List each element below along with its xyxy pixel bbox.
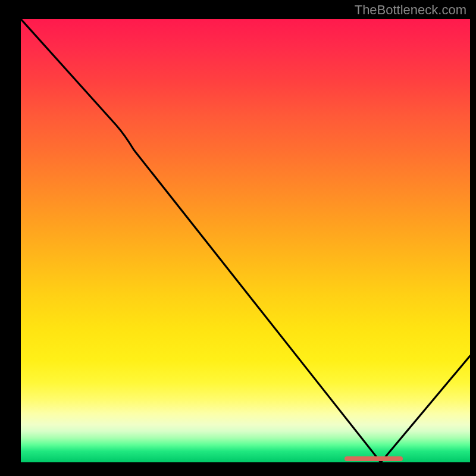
bottleneck-curve: [21, 19, 470, 462]
curve-svg: [21, 19, 470, 462]
attribution-label: TheBottleneck.com: [355, 2, 466, 18]
plot-area: [21, 19, 470, 462]
optimal-marker: [345, 456, 403, 461]
chart-container: TheBottleneck.com: [0, 0, 476, 476]
